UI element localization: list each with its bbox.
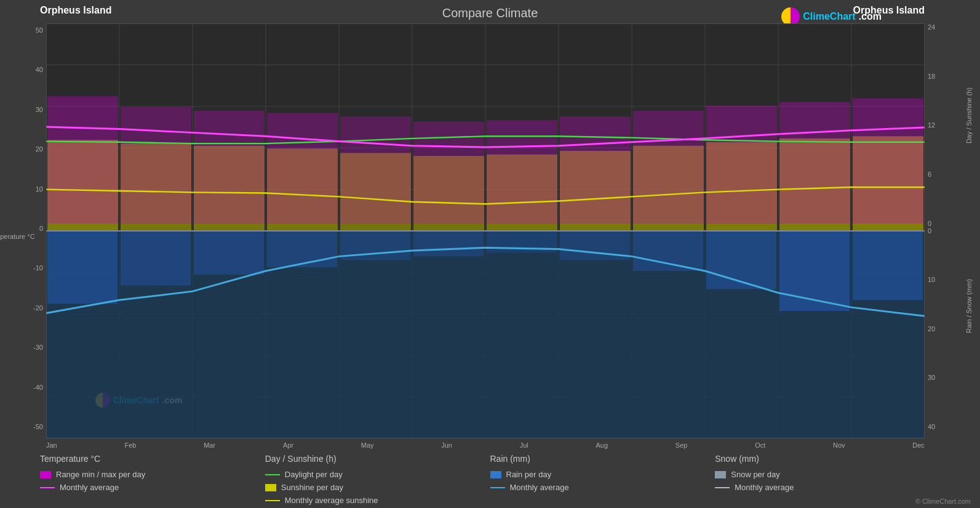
legend-sunshine-title: Day / Sunshine (h) bbox=[265, 454, 490, 464]
x-axis-apr: Apr bbox=[283, 441, 293, 449]
svg-rect-23 bbox=[194, 231, 264, 275]
copyright: © ClimeChart.com bbox=[915, 498, 971, 505]
svg-rect-45 bbox=[47, 96, 118, 224]
legend-temp-range-label: Range min / max per day bbox=[56, 470, 145, 479]
x-axis-aug: Aug bbox=[596, 441, 608, 449]
legend-sunshine-color bbox=[265, 484, 276, 491]
legend-daylight-label: Daylight per day bbox=[285, 470, 343, 479]
legend-rain-title: Rain (mm) bbox=[490, 454, 715, 464]
svg-rect-56 bbox=[853, 99, 923, 224]
svg-rect-24 bbox=[267, 231, 337, 267]
x-axis-wrapper: ClimeChart.com bbox=[46, 23, 925, 449]
legend-rain-label: Rain per day bbox=[506, 470, 552, 479]
x-axis-sep: Sep bbox=[675, 441, 688, 449]
legend-sunshine-label: Sunshine per day bbox=[281, 483, 343, 492]
svg-rect-54 bbox=[706, 106, 777, 224]
legend-sunshine-avg: Monthly average sunshine bbox=[265, 496, 490, 505]
svg-rect-55 bbox=[779, 102, 850, 224]
location-label-left: Orpheus Island bbox=[40, 5, 111, 16]
svg-rect-30 bbox=[706, 231, 776, 289]
svg-rect-49 bbox=[340, 116, 411, 224]
legend-temperature: Temperature °C Range min / max per day M… bbox=[40, 454, 265, 505]
svg-rect-22 bbox=[121, 231, 191, 286]
y-right-top-12: 12 bbox=[928, 121, 971, 129]
legend-rain-bar: Rain per day bbox=[490, 470, 715, 479]
legend-temp-range: Range min / max per day bbox=[40, 470, 265, 479]
x-axis-jul: Jul bbox=[520, 441, 528, 449]
chart-wrapper: Temperature °C 50 40 30 20 10 0 -10 -20 … bbox=[0, 23, 980, 449]
svg-rect-46 bbox=[121, 107, 191, 224]
x-axis-mar: Mar bbox=[204, 441, 215, 449]
y-right-top-0: 0 bbox=[928, 220, 971, 227]
svg-rect-26 bbox=[413, 231, 484, 256]
legend-sunshine-bar: Sunshine per day bbox=[265, 483, 490, 492]
legend-rain-color bbox=[490, 471, 501, 478]
page-container: Compare Climate Orpheus Island Orpheus I… bbox=[0, 0, 980, 508]
legend-sunshine-avg-label: Monthly average sunshine bbox=[285, 496, 378, 505]
x-axis-feb: Feb bbox=[124, 441, 136, 449]
legend-area: Temperature °C Range min / max per day M… bbox=[0, 449, 980, 508]
svg-rect-47 bbox=[194, 111, 265, 224]
x-axis-dec: Dec bbox=[912, 441, 925, 449]
legend-snow-avg-line bbox=[715, 487, 730, 488]
legend-snow-color bbox=[715, 471, 726, 478]
x-axis-nov: Nov bbox=[833, 441, 845, 449]
y-right-top-24: 24 bbox=[928, 23, 971, 31]
x-axis-jan: Jan bbox=[46, 441, 57, 449]
legend-temp-avg-line bbox=[40, 487, 55, 488]
legend-snow: Snow (mm) Snow per day Monthly average bbox=[715, 454, 940, 505]
logo-text-white-top: .com bbox=[859, 11, 882, 22]
legend-temp-title: Temperature °C bbox=[40, 454, 265, 464]
svg-rect-53 bbox=[633, 111, 704, 224]
legend-daylight: Daylight per day bbox=[265, 470, 490, 479]
x-axis: Jan Feb Mar Apr May Jun Jul Aug Sep Oct … bbox=[46, 438, 925, 449]
y-right-bot-30: 30 bbox=[928, 374, 971, 381]
y-right-bot-20: 20 bbox=[928, 325, 971, 333]
legend-sunshine: Day / Sunshine (h) Daylight per day Suns… bbox=[265, 454, 490, 505]
legend-temp-avg-label: Monthly average bbox=[60, 483, 119, 492]
legend-snow-bar: Snow per day bbox=[715, 470, 940, 479]
svg-rect-21 bbox=[47, 231, 118, 304]
chart-svg bbox=[46, 23, 925, 438]
svg-rect-52 bbox=[560, 116, 631, 224]
legend-snow-title: Snow (mm) bbox=[715, 454, 940, 464]
legend-sunshine-avg-line bbox=[265, 500, 280, 501]
legend-temp-avg: Monthly average bbox=[40, 483, 265, 492]
legend-daylight-line bbox=[265, 474, 280, 475]
legend-snow-avg-label: Monthly average bbox=[735, 483, 794, 492]
y-axis-left-label: Temperature °C bbox=[0, 233, 35, 240]
svg-rect-29 bbox=[633, 231, 703, 271]
svg-rect-31 bbox=[779, 231, 850, 311]
y-right-top-18: 18 bbox=[928, 73, 971, 80]
chart-area: ClimeChart.com bbox=[46, 23, 925, 438]
legend-snow-avg: Monthly average bbox=[715, 483, 940, 492]
logo-text-cyan-top: ClimeChart bbox=[803, 11, 855, 22]
svg-rect-48 bbox=[267, 113, 338, 224]
svg-rect-32 bbox=[853, 231, 923, 300]
legend-snow-label: Snow per day bbox=[731, 470, 780, 479]
y-right-top-6: 6 bbox=[928, 171, 971, 178]
x-axis-may: May bbox=[361, 441, 374, 449]
legend-rain-avg-label: Monthly average bbox=[510, 483, 569, 492]
x-axis-oct: Oct bbox=[755, 441, 765, 449]
y-right-top-label: Day / Sunshine (h) bbox=[965, 87, 973, 143]
y-right-bottom-label: Rain / Snow (mm) bbox=[965, 279, 973, 333]
x-axis-jun: Jun bbox=[441, 441, 452, 449]
y-right-bot-40: 40 bbox=[928, 423, 971, 430]
legend-rain-avg-line bbox=[490, 487, 505, 488]
legend-rain: Rain (mm) Rain per day Monthly average bbox=[490, 454, 715, 505]
y-right-bot-0: 0 bbox=[928, 227, 971, 235]
legend-temp-range-color bbox=[40, 471, 51, 478]
legend-rain-avg: Monthly average bbox=[490, 483, 715, 492]
y-right-bot-10: 10 bbox=[928, 276, 971, 283]
